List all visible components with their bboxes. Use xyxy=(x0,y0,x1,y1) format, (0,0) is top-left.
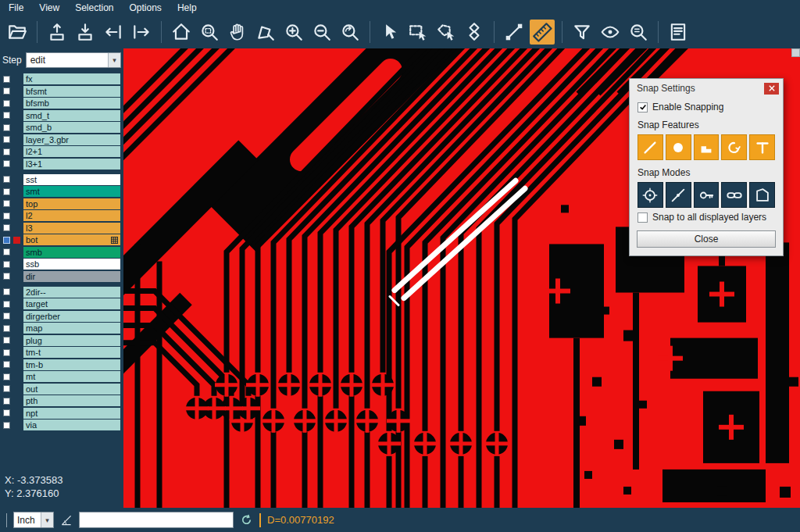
layer-row-smt[interactable]: smt xyxy=(0,186,123,197)
pcb-canvas[interactable]: Snap Settings Enable Snapping Snap Featu… xyxy=(123,48,800,508)
layer-label[interactable]: bfsmb xyxy=(23,98,120,109)
close-icon[interactable] xyxy=(764,83,779,95)
scrollbar-button[interactable] xyxy=(791,48,800,57)
layer-checkbox[interactable] xyxy=(3,224,10,231)
dialog-title-bar[interactable]: Snap Settings xyxy=(630,79,783,98)
angle-tool-icon[interactable] xyxy=(60,514,73,527)
key-snap-icon[interactable] xyxy=(694,182,720,208)
checkbox-icon[interactable] xyxy=(638,212,648,223)
select-polygon-icon[interactable] xyxy=(434,20,459,45)
online-snap-icon[interactable] xyxy=(666,182,691,208)
layer-checkbox[interactable] xyxy=(3,148,10,155)
layer-checkbox[interactable] xyxy=(3,124,10,131)
layer-checkbox[interactable] xyxy=(3,200,10,207)
import-up-icon[interactable] xyxy=(45,20,70,45)
layer-label[interactable]: map xyxy=(23,323,120,334)
view-options-icon[interactable] xyxy=(598,20,623,45)
zoom-previous-icon[interactable] xyxy=(338,20,362,45)
unit-select[interactable]: Inch ▾ xyxy=(13,512,54,528)
layer-label[interactable]: smt xyxy=(23,186,120,197)
layer-label[interactable]: l2+1 xyxy=(23,146,120,157)
layer-checkbox[interactable] xyxy=(3,136,10,143)
layer-row-dir[interactable]: dir xyxy=(0,271,123,282)
chevron-down-icon[interactable]: ▾ xyxy=(41,512,53,527)
layer-row-target[interactable]: target xyxy=(0,298,123,309)
layer-checkbox[interactable] xyxy=(3,188,10,195)
command-input[interactable] xyxy=(79,512,234,528)
chevron-down-icon[interactable]: ▾ xyxy=(108,53,120,67)
enable-snapping-checkbox[interactable]: Enable Snapping xyxy=(638,102,775,112)
layer-label[interactable]: layer_3.gbr xyxy=(23,134,120,145)
layer-checkbox[interactable] xyxy=(3,325,10,332)
report-icon[interactable] xyxy=(666,20,691,45)
find-icon[interactable] xyxy=(626,20,651,45)
layer-row-mt[interactable]: mt xyxy=(0,371,123,382)
menu-item-view[interactable]: View xyxy=(32,1,66,15)
layer-checkbox[interactable] xyxy=(3,361,10,368)
layer-label[interactable]: dir xyxy=(23,271,120,282)
zoom-polygon-icon[interactable] xyxy=(253,20,278,45)
layer-label[interactable]: ssb xyxy=(23,259,120,270)
layer-checkbox[interactable] xyxy=(3,288,10,295)
layer-row-npt[interactable]: npt xyxy=(0,408,123,419)
layer-label[interactable]: l2 xyxy=(23,210,120,221)
layer-label[interactable]: via xyxy=(23,420,120,430)
layer-row-dirgerber[interactable]: dirgerber xyxy=(0,311,123,322)
layer-checkbox[interactable] xyxy=(3,385,10,392)
layer-checkbox[interactable] xyxy=(3,337,10,344)
layer-checkbox[interactable] xyxy=(3,373,10,380)
measure-icon[interactable] xyxy=(530,20,555,45)
layer-label[interactable]: top xyxy=(23,198,120,209)
zoom-in-icon[interactable] xyxy=(281,20,306,45)
layer-row-top[interactable]: top xyxy=(0,198,123,209)
layer-checkbox[interactable] xyxy=(3,301,10,308)
select-layers-icon[interactable] xyxy=(462,20,487,45)
filter-icon[interactable] xyxy=(570,20,595,45)
layer-label[interactable]: smd_b xyxy=(23,122,120,133)
zoom-window-icon[interactable] xyxy=(197,20,222,45)
line-snap-icon[interactable] xyxy=(638,134,663,160)
layer-row-ssb[interactable]: ssb xyxy=(0,259,123,270)
layer-label[interactable]: smb xyxy=(23,247,120,258)
step-right-icon[interactable] xyxy=(129,20,154,45)
layer-label[interactable]: pth xyxy=(23,395,120,406)
layer-checkbox[interactable] xyxy=(3,398,10,405)
layer-row-smb[interactable]: smb xyxy=(0,247,123,258)
layer-row-smd_t[interactable]: smd_t xyxy=(0,110,123,121)
layer-row-sst[interactable]: sst xyxy=(0,174,123,185)
layer-label[interactable]: sst xyxy=(23,174,120,185)
menu-item-options[interactable]: Options xyxy=(123,1,169,15)
center-snap-icon[interactable] xyxy=(638,182,663,208)
open-folder-icon[interactable] xyxy=(5,20,30,45)
layer-checkbox[interactable] xyxy=(3,176,10,183)
pan-hand-icon[interactable] xyxy=(225,20,250,45)
contour-snap-icon[interactable] xyxy=(749,182,775,208)
layer-label[interactable]: bfsmt xyxy=(23,86,120,97)
layer-row-out[interactable]: out xyxy=(0,384,123,395)
layer-label[interactable]: tm-t xyxy=(23,347,120,358)
text-snap-icon[interactable] xyxy=(749,134,775,160)
menu-item-file[interactable]: File xyxy=(2,1,30,15)
step-left-icon[interactable] xyxy=(101,20,126,45)
select-rectangle-icon[interactable] xyxy=(405,20,430,45)
layer-label[interactable]: dirgerber xyxy=(23,311,120,322)
layer-label[interactable]: bot xyxy=(23,234,120,245)
layer-row-tm-b[interactable]: tm-b xyxy=(0,359,123,370)
select-pointer-icon[interactable] xyxy=(377,20,402,45)
layer-label[interactable]: l3 xyxy=(23,223,120,234)
all-layers-checkbox[interactable]: Snap to all displayed layers xyxy=(638,212,775,223)
layer-row-l2+1[interactable]: l2+1 xyxy=(0,146,123,157)
layer-checkbox[interactable] xyxy=(3,349,10,356)
layer-checkbox[interactable] xyxy=(3,248,10,255)
zoom-out-icon[interactable] xyxy=(309,20,334,45)
menu-item-selection[interactable]: Selection xyxy=(68,1,120,15)
layer-label[interactable]: 2dir-- xyxy=(23,287,120,298)
home-icon[interactable] xyxy=(169,20,194,45)
layer-checkbox[interactable] xyxy=(3,212,10,220)
import-down-icon[interactable] xyxy=(73,20,98,45)
layer-row-bot[interactable]: bot xyxy=(0,234,123,245)
layer-row-plug[interactable]: plug xyxy=(0,335,123,346)
layer-checkbox[interactable] xyxy=(3,273,10,280)
layer-row-2dir--[interactable]: 2dir-- xyxy=(0,287,123,298)
refresh-icon[interactable] xyxy=(240,513,253,527)
